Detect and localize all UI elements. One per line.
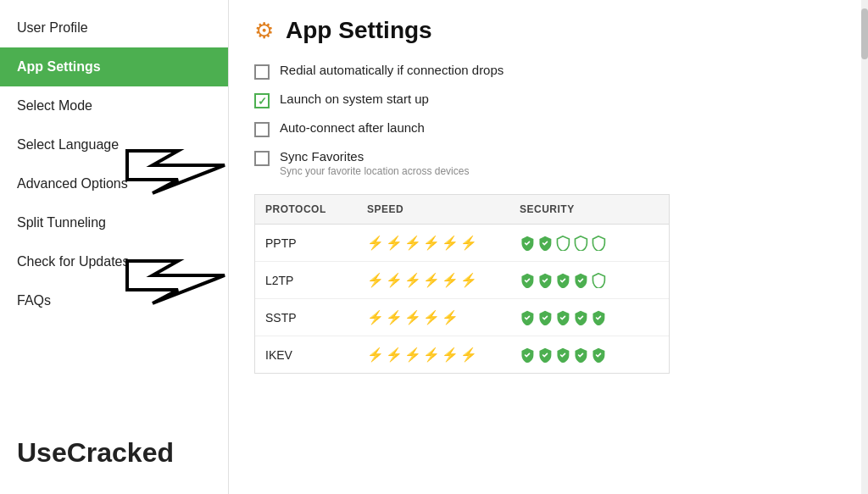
- option-subtext-sync-favorites: Sync your favorite location across devic…: [280, 165, 469, 177]
- security-pptp: [520, 236, 672, 251]
- shield-icon: [555, 236, 570, 251]
- speed-l2tp: ⚡ ⚡ ⚡ ⚡ ⚡ ⚡: [367, 272, 520, 288]
- col-header-protocol: PROTOCOL: [265, 203, 367, 215]
- sidebar-item-user-profile[interactable]: User Profile: [0, 8, 228, 47]
- shield-icon: [555, 347, 570, 363]
- options-list: Redial automatically if connection drops…: [254, 63, 843, 177]
- sidebar-item-split-tunneling[interactable]: Split Tunneling: [0, 203, 228, 242]
- checkbox-auto-connect[interactable]: [254, 122, 270, 137]
- shield-icon: [573, 236, 588, 251]
- sidebar-item-select-mode[interactable]: Select Mode: [0, 86, 228, 125]
- shield-icon: [520, 273, 535, 288]
- table-row-pptp: PPTP ⚡ ⚡ ⚡ ⚡ ⚡ ⚡: [255, 225, 669, 262]
- checkbox-launch-startup[interactable]: [254, 93, 270, 108]
- gear-icon: ⚙: [254, 18, 274, 44]
- watermark-text: UseCracked: [0, 420, 228, 494]
- col-header-security: SECURITY: [520, 203, 672, 215]
- shield-icon: [520, 236, 535, 251]
- security-ikev: [520, 347, 672, 363]
- security-l2tp: [520, 273, 672, 288]
- page-title: App Settings: [286, 17, 432, 44]
- page-header: ⚙ App Settings: [254, 17, 843, 44]
- shield-icon: [520, 310, 535, 325]
- shield-icon: [573, 310, 588, 325]
- shield-icon: [573, 347, 588, 363]
- checkbox-sync-favorites[interactable]: [254, 151, 270, 166]
- shield-icon: [537, 236, 553, 251]
- security-sstp: [520, 310, 672, 325]
- speed-pptp: ⚡ ⚡ ⚡ ⚡ ⚡ ⚡: [367, 235, 520, 251]
- table-row-ikev: IKEV ⚡ ⚡ ⚡ ⚡ ⚡ ⚡: [255, 336, 669, 373]
- shield-icon: [537, 347, 553, 363]
- sidebar-item-select-language[interactable]: Select Language: [0, 125, 228, 164]
- shield-icon: [591, 347, 606, 363]
- main-content: ⚙ App Settings Redial automatically if c…: [229, 0, 868, 494]
- protocol-table: PROTOCOL SPEED SECURITY PPTP ⚡ ⚡ ⚡ ⚡ ⚡ ⚡: [254, 194, 670, 374]
- sidebar-item-check-for-updates[interactable]: Check for Updates: [0, 242, 228, 281]
- shield-icon: [573, 273, 588, 288]
- protocol-name-sstp: SSTP: [265, 311, 367, 325]
- protocol-name-ikev: IKEV: [265, 348, 367, 362]
- sidebar-item-faqs[interactable]: FAQs: [0, 281, 228, 320]
- shield-icon: [537, 273, 553, 288]
- option-row-sync-favorites: Sync Favorites Sync your favorite locati…: [254, 149, 843, 177]
- protocol-name-l2tp: L2TP: [265, 274, 367, 287]
- table-row-l2tp: L2TP ⚡ ⚡ ⚡ ⚡ ⚡ ⚡: [255, 262, 669, 299]
- sidebar-item-advanced-options[interactable]: Advanced Options: [0, 164, 228, 203]
- protocol-name-pptp: PPTP: [265, 236, 367, 250]
- sidebar-item-app-settings[interactable]: App Settings: [0, 47, 228, 86]
- protocol-table-header: PROTOCOL SPEED SECURITY: [255, 195, 669, 225]
- shield-icon: [591, 236, 606, 251]
- shield-icon: [520, 347, 535, 363]
- scrollbar[interactable]: [861, 0, 868, 494]
- shield-icon: [555, 310, 570, 325]
- scrollbar-thumb[interactable]: [861, 8, 868, 59]
- speed-sstp: ⚡ ⚡ ⚡ ⚡ ⚡: [367, 309, 520, 325]
- col-header-speed: SPEED: [367, 203, 520, 215]
- option-row-redial: Redial automatically if connection drops: [254, 63, 843, 80]
- shield-icon: [591, 273, 606, 288]
- option-row-auto-connect: Auto-connect after launch: [254, 120, 843, 137]
- option-label-sync-favorites: Sync Favorites: [280, 149, 469, 164]
- speed-ikev: ⚡ ⚡ ⚡ ⚡ ⚡ ⚡: [367, 347, 520, 363]
- checkbox-redial[interactable]: [254, 64, 270, 80]
- option-label-auto-connect: Auto-connect after launch: [280, 120, 425, 135]
- option-row-launch-startup: Launch on system start up: [254, 92, 843, 108]
- option-label-launch-startup: Launch on system start up: [280, 92, 429, 106]
- option-label-redial: Redial automatically if connection drops: [280, 63, 504, 77]
- shield-icon: [537, 310, 553, 325]
- shield-icon: [555, 273, 570, 288]
- table-row-sstp: SSTP ⚡ ⚡ ⚡ ⚡ ⚡: [255, 299, 669, 336]
- sidebar: User Profile App Settings Select Mode Se…: [0, 0, 229, 494]
- shield-icon: [591, 310, 606, 325]
